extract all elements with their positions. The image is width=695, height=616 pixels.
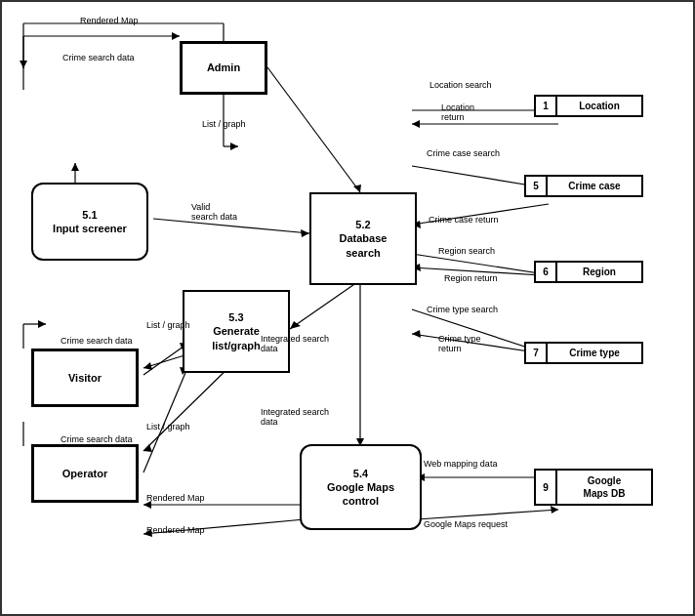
svg-line-50 [417, 510, 558, 519]
svg-marker-6 [172, 32, 180, 40]
label-rendered-map-op2: Rendered Map [146, 525, 205, 535]
svg-marker-29 [290, 321, 301, 329]
generate-list-box: 5.3Generatelist/graph [183, 290, 290, 373]
label-crime-search-operator: Crime search data [61, 434, 133, 444]
crime-case-db: 5 Crime case [524, 175, 643, 197]
svg-marker-35 [412, 120, 420, 128]
label-crime-type-search: Crime type search [427, 305, 498, 314]
label-region-return: Region return [444, 273, 498, 283]
label-list-graph-visitor: List / graph [146, 320, 190, 330]
label-location-search: Location search [429, 80, 492, 90]
label-crime-search-top: Crime search data [62, 53, 135, 62]
svg-marker-55 [353, 185, 361, 192]
label-rendered-map-top: Rendered Map [80, 16, 139, 25]
svg-marker-11 [301, 229, 309, 237]
location-db: 1 Location [534, 95, 643, 117]
crime-type-db: 7 Crime type [524, 342, 643, 364]
svg-marker-21 [143, 362, 152, 370]
svg-marker-23 [143, 444, 152, 452]
svg-marker-9 [230, 143, 238, 150]
svg-marker-3 [20, 61, 27, 68]
google-maps-box: 5.4Google Mapscontrol [300, 444, 422, 530]
label-google-maps-req: Google Maps request [424, 519, 508, 529]
operator-label: Operator [62, 467, 107, 480]
label-list-graph-operator: List / graph [146, 422, 190, 431]
google-maps-label: 5.4Google Mapscontrol [327, 467, 394, 509]
label-integrated-search-54: Integrated searchdata [261, 407, 329, 427]
generate-list-label: 5.3Generatelist/graph [212, 310, 261, 352]
region-db: 6 Region [534, 261, 643, 283]
label-rendered-map-op1: Rendered Map [146, 493, 205, 503]
label-location-return: Locationreturn [441, 103, 474, 122]
svg-marker-51 [551, 506, 558, 513]
input-screener-box: 5.1Input screener [31, 183, 148, 261]
visitor-label: Visitor [68, 371, 102, 385]
label-list-graph-admin: List / graph [202, 119, 246, 129]
admin-label: Admin [207, 61, 240, 74]
svg-line-28 [290, 280, 360, 329]
admin-box: Admin [180, 41, 267, 95]
label-integrated-search-53: Integrated searchdata [261, 334, 329, 353]
svg-line-18 [143, 368, 187, 472]
svg-line-54 [267, 67, 360, 192]
diagram-container: Admin 5.1Input screener 5.2Databasesearc… [0, 0, 695, 616]
label-crime-case-search: Crime case search [427, 148, 500, 158]
database-search-label: 5.2Databasesearch [340, 218, 388, 260]
svg-marker-14 [38, 320, 46, 328]
label-crime-case-return: Crime case return [429, 215, 499, 225]
svg-marker-47 [412, 330, 421, 338]
label-web-mapping: Web mapping data [424, 459, 497, 469]
label-crime-type-return: Crime typereturn [438, 334, 481, 353]
svg-line-16 [143, 344, 187, 375]
label-valid-search: Validsearch data [191, 202, 237, 222]
google-maps-db: 9 GoogleMaps DB [534, 469, 653, 506]
input-screener-label: 5.1Input screener [53, 208, 127, 236]
visitor-box: Visitor [31, 349, 139, 407]
svg-marker-53 [71, 163, 79, 171]
label-crime-search-visitor: Crime search data [61, 336, 133, 346]
label-region-search: Region search [438, 246, 495, 256]
database-search-box: 5.2Databasesearch [309, 192, 417, 285]
operator-box: Operator [31, 444, 139, 503]
